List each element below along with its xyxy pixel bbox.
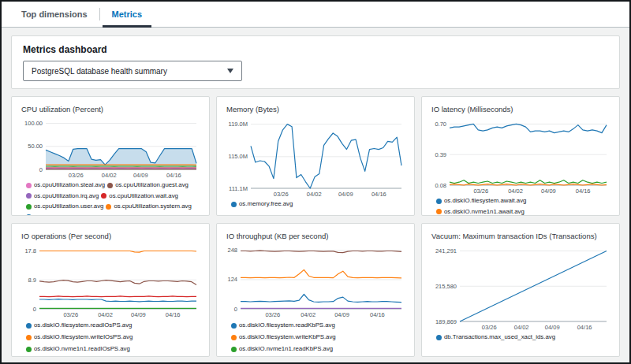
chart-legend: os.diskIO.filesystem.readIOsPS.avgos.dis…: [26, 320, 193, 356]
legend-label: os.diskIO.filesystem.readIOsPS.avg: [34, 320, 132, 331]
chart-card-cpu-utilization: CPU utilization (Percent) 100.0050.00003…: [11, 96, 210, 216]
chart-title: CPU utilization (Percent): [21, 105, 203, 113]
vacuum-transaction-ids-chart: 241,291215,580189,86903/2604/0204/0904/1…: [428, 243, 613, 331]
legend-item[interactable]: os.cpuUtilization.wait.avg: [101, 191, 178, 202]
svg-text:0: 0: [234, 306, 237, 313]
dashboard-selector-value: PostgreSQL database health summary: [32, 67, 167, 76]
svg-text:04/09: 04/09: [541, 188, 556, 195]
svg-text:04/02: 04/02: [514, 324, 529, 331]
svg-text:03/26: 03/26: [63, 311, 78, 318]
series-color-dot: [101, 193, 106, 199]
tab-label: Metrics: [112, 9, 143, 19]
series-color-dot: [26, 335, 32, 340]
legend-item[interactable]: os.cpuUtilization.steal.avg: [26, 180, 105, 191]
series-color-dot: [436, 209, 442, 214]
tab-label: Top dimensions: [21, 9, 88, 19]
svg-text:04/16: 04/16: [372, 191, 386, 198]
legend-label: db.Transactions.max_used_xact_ids.avg: [444, 332, 555, 343]
legend-item[interactable]: os.cpuUtilization.guest.avg: [107, 180, 189, 191]
legend-label: os.cpuUtilization.irq.avg: [34, 191, 99, 202]
memory-chart: 119.0M115.0M111.1M03/2604/0204/0904/16: [223, 116, 408, 198]
metrics-dashboard-panel: Metrics dashboard PostgreSQL database he…: [11, 35, 620, 89]
legend-item[interactable]: os.diskIO.filesystem.writeKbPS.avg: [231, 332, 336, 343]
chart-card-vacuum-transaction-ids: Vacuum: Maximum transaction IDs (Transac…: [421, 223, 620, 357]
svg-text:04/09: 04/09: [545, 324, 560, 331]
svg-text:04/09: 04/09: [131, 311, 146, 318]
tab-top-dimensions[interactable]: Top dimensions: [9, 2, 99, 27]
legend-label: os.diskIO.filesystem.await.avg: [444, 196, 526, 206]
legend-item[interactable]: db.Transactions.max_used_xact_ids.avg: [436, 332, 555, 343]
svg-text:115.0M: 115.0M: [229, 153, 248, 160]
series-color-dot: [107, 183, 113, 188]
svg-text:04/02: 04/02: [508, 188, 523, 195]
panel-title: Metrics dashboard: [23, 44, 608, 55]
chart-legend: os.memory.free.avg: [231, 199, 398, 210]
series-color-dot: [26, 347, 32, 352]
legend-label: os.cpuUtilization.nice.avg: [34, 213, 103, 216]
chart-legend: os.cpuUtilization.steal.avgos.cpuUtiliza…: [26, 180, 193, 215]
svg-text:0.08: 0.08: [435, 182, 446, 189]
chart-legend: os.diskIO.filesystem.readKbPS.avgos.disk…: [231, 320, 398, 356]
legend-label: os.cpuUtilization.user.avg: [34, 202, 103, 212]
svg-text:215,580: 215,580: [435, 283, 457, 290]
legend-container: os.diskIO.filesystem.await.avgos.diskIO.…: [436, 196, 603, 215]
chart-title: IO throughput (KB per second): [226, 232, 408, 240]
legend-item[interactable]: os.diskIO.nvme1n1.readKbPS.avg: [231, 344, 333, 355]
svg-text:189,869: 189,869: [435, 318, 457, 325]
legend-label: os.cpuUtilization.wait.avg: [109, 191, 178, 202]
dashboard-selector-dropdown[interactable]: PostgreSQL database health summary: [23, 61, 242, 81]
svg-text:124: 124: [227, 276, 237, 283]
tab-bar: Top dimensions Metrics: [2, 2, 629, 28]
legend-container: os.cpuUtilization.steal.avgos.cpuUtiliza…: [26, 180, 193, 215]
svg-text:04/09: 04/09: [334, 311, 349, 318]
legend-item[interactable]: os.diskIO.filesystem.writeIOsPS.avg: [26, 332, 133, 343]
legend-item[interactable]: os.diskIO.nvme1n1.writeIOsPS.avg: [26, 355, 131, 356]
legend-item[interactable]: os.diskIO.nvme1n1.await.avg: [436, 207, 525, 216]
svg-text:241,291: 241,291: [435, 247, 457, 254]
series-color-dot: [26, 204, 32, 210]
legend-item[interactable]: os.cpuUtilization.system.avg: [106, 202, 191, 212]
series-color-dot: [26, 183, 32, 188]
series-color-dot: [436, 199, 442, 204]
app-window: Top dimensions Metrics Metrics dashboard…: [0, 0, 631, 364]
chart-card-io-latency: IO latency (Milliseconds) 0.700.390.0803…: [421, 96, 620, 216]
legend-container: os.diskIO.filesystem.readIOsPS.avgos.dis…: [26, 320, 193, 356]
svg-text:0.39: 0.39: [435, 151, 446, 158]
chart-legend: db.Transactions.max_used_xact_ids.avg: [436, 332, 603, 343]
svg-text:17.8: 17.8: [24, 247, 36, 254]
svg-text:04/16: 04/16: [577, 324, 592, 331]
svg-text:04/02: 04/02: [102, 172, 117, 179]
svg-text:04/02: 04/02: [307, 191, 322, 198]
tab-metrics[interactable]: Metrics: [100, 2, 155, 27]
legend-item[interactable]: os.diskIO.filesystem.readKbPS.avg: [231, 320, 335, 331]
legend-item[interactable]: os.cpuUtilization.nice.avg: [26, 213, 103, 216]
svg-text:248: 248: [227, 247, 237, 254]
series-color-dot: [106, 204, 111, 210]
legend-container: db.Transactions.max_used_xact_ids.avg: [436, 332, 603, 356]
cpu-utilization-chart: 100.0050.00003/2604/0204/0904/16: [18, 116, 203, 179]
legend-label: os.diskIO.nvme1n1.writeKbPS.avg: [239, 355, 334, 356]
chart-card-io-throughput: IO throughput (KB per second) 248124003/…: [216, 223, 415, 357]
svg-text:04/09: 04/09: [338, 191, 353, 198]
legend-container: os.memory.free.avg: [231, 199, 398, 215]
legend-item[interactable]: os.cpuUtilization.user.avg: [26, 202, 103, 212]
legend-item[interactable]: os.diskIO.filesystem.await.avg: [436, 196, 526, 206]
chart-card-memory: Memory (Bytes) 119.0M115.0M111.1M03/2604…: [216, 96, 415, 216]
series-color-dot: [231, 347, 237, 352]
io-operations-chart: 17.88.9003/2604/0204/0904/16: [18, 243, 203, 318]
legend-label: os.diskIO.nvme1n1.readIOsPS.avg: [34, 344, 130, 355]
svg-text:04/09: 04/09: [133, 172, 148, 179]
legend-label: os.cpuUtilization.steal.avg: [34, 180, 105, 191]
svg-text:04/16: 04/16: [370, 311, 385, 318]
series-color-dot: [231, 202, 237, 207]
legend-item[interactable]: os.diskIO.nvme1n1.writeKbPS.avg: [231, 355, 334, 356]
legend-label: os.cpuUtilization.guest.avg: [115, 180, 189, 191]
legend-item[interactable]: os.diskIO.filesystem.readIOsPS.avg: [26, 320, 132, 331]
series-color-dot: [26, 323, 32, 329]
legend-item[interactable]: os.cpuUtilization.irq.avg: [26, 191, 99, 202]
legend-label: os.diskIO.filesystem.writeKbPS.avg: [239, 332, 336, 343]
legend-item[interactable]: os.memory.free.avg: [231, 199, 293, 210]
legend-item[interactable]: os.diskIO.nvme1n1.readIOsPS.avg: [26, 344, 130, 355]
legend-label: os.cpuUtilization.system.avg: [114, 202, 191, 212]
svg-text:03/26: 03/26: [482, 324, 497, 331]
